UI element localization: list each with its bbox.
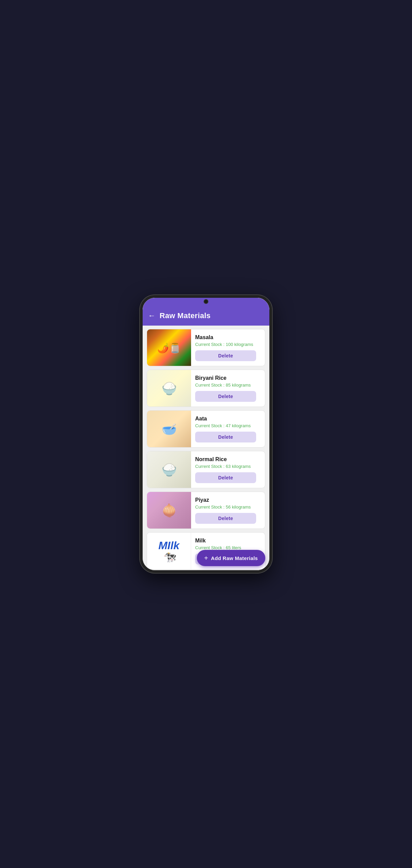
material-image-normal-rice: [147, 451, 191, 488]
phone-screen: ← Raw Materials Masala Current Stock : 1…: [143, 298, 269, 570]
material-image-biryani-rice: [147, 370, 191, 407]
back-button[interactable]: ←: [148, 312, 156, 319]
add-icon: +: [204, 555, 208, 561]
material-stock-milk: Current Stock : 65 liters: [195, 545, 261, 550]
material-name-normal-rice: Normal Rice: [195, 456, 261, 462]
material-info-masala: Masala Current Stock : 100 kilograms Del…: [191, 329, 265, 366]
material-image-milk: MIlk 🐄: [147, 533, 191, 570]
material-info-biryani-rice: Biryani Rice Current Stock : 85 kilogram…: [191, 370, 265, 407]
add-raw-materials-button[interactable]: + Add Raw Materials: [197, 550, 265, 566]
delete-button-biryani-rice[interactable]: Delete: [195, 391, 256, 402]
delete-button-aata[interactable]: Delete: [195, 432, 256, 442]
material-info-piyaz: Piyaz Current Stock : 56 kilograms Delet…: [191, 492, 265, 529]
app-header: ← Raw Materials: [143, 307, 269, 326]
add-button-label: Add Raw Materials: [211, 555, 258, 561]
material-name-piyaz: Piyaz: [195, 497, 261, 503]
material-card-biryani-rice: Biryani Rice Current Stock : 85 kilogram…: [147, 370, 265, 407]
status-bar: [143, 298, 269, 307]
delete-button-masala[interactable]: Delete: [195, 350, 256, 361]
material-card-aata: Aata Current Stock : 47 kilograms Delete: [147, 410, 265, 448]
material-stock-masala: Current Stock : 100 kilograms: [195, 342, 261, 347]
material-name-masala: Masala: [195, 334, 261, 340]
material-info-normal-rice: Normal Rice Current Stock : 63 kilograms…: [191, 451, 265, 488]
material-image-piyaz: [147, 492, 191, 529]
page-title: Raw Materials: [160, 311, 211, 320]
materials-list: Masala Current Stock : 100 kilograms Del…: [143, 326, 269, 570]
milk-label-text: MIlk 🐄: [147, 533, 191, 570]
material-image-masala: [147, 329, 191, 366]
material-stock-biryani-rice: Current Stock : 85 kilograms: [195, 383, 261, 388]
material-card-piyaz: Piyaz Current Stock : 56 kilograms Delet…: [147, 492, 265, 529]
delete-button-piyaz[interactable]: Delete: [195, 513, 256, 524]
material-stock-aata: Current Stock : 47 kilograms: [195, 423, 261, 428]
material-card-normal-rice: Normal Rice Current Stock : 63 kilograms…: [147, 451, 265, 488]
material-stock-piyaz: Current Stock : 56 kilograms: [195, 504, 261, 510]
material-image-aata: [147, 411, 191, 448]
delete-button-normal-rice[interactable]: Delete: [195, 472, 256, 483]
material-stock-normal-rice: Current Stock : 63 kilograms: [195, 464, 261, 469]
material-name-aata: Aata: [195, 416, 261, 422]
camera-dot: [204, 299, 208, 304]
material-info-aata: Aata Current Stock : 47 kilograms Delete: [191, 411, 265, 447]
phone-frame: ← Raw Materials Masala Current Stock : 1…: [140, 295, 272, 573]
material-name-biryani-rice: Biryani Rice: [195, 375, 261, 381]
material-card-masala: Masala Current Stock : 100 kilograms Del…: [147, 329, 265, 366]
material-name-milk: Milk: [195, 538, 261, 544]
